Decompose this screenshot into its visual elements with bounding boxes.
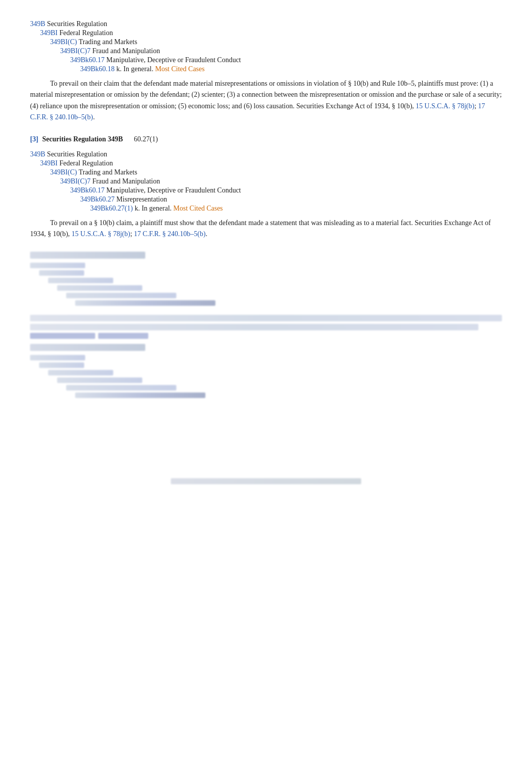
breadcrumb-s2-level-1: 349BI Federal Regulation bbox=[40, 159, 502, 167]
label-misrep: Misrepresentation bbox=[115, 196, 167, 203]
link-349BIC7-1[interactable]: 349BI(C)7 bbox=[60, 47, 91, 55]
blurred-section-para bbox=[30, 315, 502, 339]
blurred-label-b1b bbox=[39, 362, 84, 368]
blurred-heading-1 bbox=[30, 252, 145, 259]
blurred-tree-row-b5 bbox=[66, 385, 502, 391]
link-349BIC7-2[interactable]: 349BI(C)7 bbox=[60, 177, 91, 185]
breadcrumb-level-4: 349Bk60.17 Manipulative, Deceptive or Fr… bbox=[70, 56, 502, 64]
blurred-para-links bbox=[30, 333, 502, 339]
blurred-tree-row-b2 bbox=[39, 362, 502, 368]
link-349Bk6018-1[interactable]: 349Bk60.18 bbox=[80, 65, 115, 73]
blurred-heading-3 bbox=[30, 344, 145, 351]
blurred-label-b1d bbox=[57, 377, 142, 383]
blurred-label-b1c bbox=[48, 370, 113, 375]
blurred-para-2 bbox=[30, 324, 478, 330]
breadcrumb-s2-level-5: 349Bk60.27 Misrepresentation bbox=[80, 196, 502, 204]
blurred-section-3 bbox=[30, 344, 502, 398]
blurred-section-1 bbox=[30, 252, 502, 306]
breadcrumb-level-3: 349BI(C)7 Fraud and Manipulation bbox=[60, 47, 502, 55]
most-cited-link-2[interactable]: Most Cited Cases bbox=[173, 205, 223, 212]
link-349Bk6017-2[interactable]: 349Bk60.17 bbox=[70, 186, 105, 194]
blurred-tree-row-b6 bbox=[75, 393, 502, 398]
link-349Bk6017-1[interactable]: 349Bk60.17 bbox=[70, 56, 105, 64]
section-1: 349B Securities Regulation 349BI Federal… bbox=[30, 20, 502, 123]
label-kgeneral-2: k. In general. bbox=[133, 205, 173, 212]
blurred-tree-row-2 bbox=[39, 270, 502, 276]
label-kgeneral-1: k. In general. bbox=[115, 65, 155, 73]
most-cited-link-1[interactable]: Most Cited Cases bbox=[155, 65, 205, 73]
breadcrumb-tree-1: 349B Securities Regulation 349BI Federal… bbox=[30, 20, 502, 73]
label-federal-reg-2: Federal Regulation bbox=[58, 159, 113, 167]
link-349BI-1[interactable]: 349BI bbox=[40, 29, 58, 37]
blurred-label-b1a bbox=[30, 355, 85, 360]
blurred-tree-row-1 bbox=[30, 263, 502, 268]
breadcrumb-s2-level-0: 349B Securities Regulation bbox=[30, 150, 502, 158]
label-securities-reg-2: Securities Regulation bbox=[45, 150, 107, 158]
bottom-blurred-line bbox=[171, 478, 361, 484]
link-349BI-2[interactable]: 349BI bbox=[40, 159, 58, 167]
link-349BIC-1[interactable]: 349BI(C) bbox=[50, 38, 77, 46]
breadcrumb-s2-level-6: 349Bk60.27(1) k. In general. Most Cited … bbox=[90, 205, 502, 213]
blurred-label-1f bbox=[75, 300, 215, 306]
blurred-link-1 bbox=[30, 333, 95, 339]
label-fraud-2: Fraud and Manipulation bbox=[91, 177, 160, 185]
link-15usca-2[interactable]: 15 U.S.C.A. § 78j(b) bbox=[72, 230, 130, 238]
heading-row-3: [3] Securities Regulation 349B 60.27(1) bbox=[30, 135, 502, 143]
label-manipulative-1: Manipulative, Deceptive or Fraudulent Co… bbox=[105, 56, 241, 64]
breadcrumb-level-5: 349Bk60.18 k. In general. Most Cited Cas… bbox=[80, 65, 502, 73]
blurred-tree-row-b3 bbox=[48, 370, 502, 375]
breadcrumb-s2-level-4: 349Bk60.17 Manipulative, Deceptive or Fr… bbox=[70, 186, 502, 194]
breadcrumb-level-1: 349BI Federal Regulation bbox=[40, 29, 502, 37]
label-securities-reg-1: Securities Regulation bbox=[45, 20, 107, 28]
link-15usca-1[interactable]: 15 U.S.C.A. § 78j(b) bbox=[416, 102, 474, 110]
bracket-num-3: [3] bbox=[30, 135, 38, 143]
blurred-label-1e bbox=[66, 293, 176, 298]
breadcrumb-s2-level-2: 349BI(C) Trading and Markets bbox=[50, 168, 502, 176]
blurred-tree-row-3 bbox=[48, 278, 502, 283]
blurred-label-1a bbox=[30, 263, 85, 268]
section-2: 349B Securities Regulation 349BI Federal… bbox=[30, 150, 502, 240]
heading-title-3: Securities Regulation 349B bbox=[42, 135, 123, 143]
label-trading-1: Trading and Markets bbox=[77, 38, 137, 46]
blurred-label-1d bbox=[57, 285, 142, 291]
blurred-label-1b bbox=[39, 270, 84, 276]
blurred-label-b1e bbox=[66, 385, 176, 391]
label-trading-2: Trading and Markets bbox=[77, 168, 137, 176]
blurred-tree-row-4 bbox=[57, 285, 502, 291]
blurred-para-1 bbox=[30, 315, 502, 321]
blurred-tree-row-b1 bbox=[30, 355, 502, 360]
breadcrumb-level-2: 349BI(C) Trading and Markets bbox=[50, 38, 502, 46]
bottom-blurred-area bbox=[30, 478, 502, 484]
blurred-link-2 bbox=[98, 333, 148, 339]
heading-key-3: 60.27(1) bbox=[127, 135, 158, 143]
link-349B-2[interactable]: 349B bbox=[30, 150, 45, 158]
breadcrumb-level-0: 349B Securities Regulation bbox=[30, 20, 502, 28]
blurred-label-b1f bbox=[75, 393, 205, 398]
link-349Bk6027[interactable]: 349Bk60.27 bbox=[80, 196, 115, 203]
link-349B-1[interactable]: 349B bbox=[30, 20, 45, 28]
link-349Bk60271[interactable]: 349Bk60.27(1) bbox=[90, 205, 133, 212]
paragraph-1: To prevail on their claim that the defen… bbox=[30, 78, 502, 123]
breadcrumb-s2-level-3: 349BI(C)7 Fraud and Manipulation bbox=[60, 177, 502, 185]
blurred-tree-row-6 bbox=[75, 300, 502, 306]
blurred-label-1c bbox=[48, 278, 113, 283]
blurred-tree-row-5 bbox=[66, 293, 502, 298]
label-fraud-1: Fraud and Manipulation bbox=[91, 47, 160, 55]
label-manipulative-2: Manipulative, Deceptive or Fraudulent Co… bbox=[105, 186, 241, 194]
paragraph-2: To prevail on a § 10(b) claim, a plainti… bbox=[30, 218, 502, 240]
label-federal-reg-1: Federal Regulation bbox=[58, 29, 113, 37]
link-349BIC-2[interactable]: 349BI(C) bbox=[50, 168, 77, 176]
link-17cfr-2[interactable]: 17 C.F.R. § 240.10b–5(b) bbox=[134, 230, 205, 238]
blurred-tree-row-b4 bbox=[57, 377, 502, 383]
breadcrumb-tree-2: 349B Securities Regulation 349BI Federal… bbox=[30, 150, 502, 213]
